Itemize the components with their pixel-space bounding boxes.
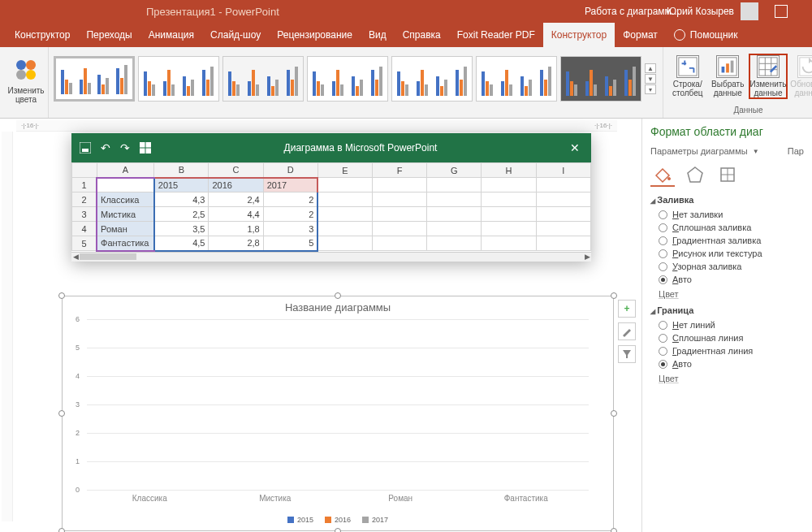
resize-handle[interactable] <box>58 292 65 299</box>
tab-view[interactable]: Вид <box>361 23 395 47</box>
chart-style-5[interactable] <box>391 56 473 102</box>
chart-style-6[interactable] <box>476 56 557 102</box>
effects-tab[interactable] <box>683 162 707 187</box>
chart-style-3[interactable] <box>222 56 304 102</box>
chart-title[interactable]: Название диаграммы <box>63 296 613 318</box>
tab-slideshow[interactable]: Слайд-шоу <box>202 23 269 47</box>
spreadsheet-grid[interactable]: ABCDEFGHI12015201620172Классика4,32,423М… <box>71 162 591 252</box>
radio-option[interactable]: Авто <box>659 275 804 284</box>
ribbon-display-options-icon[interactable] <box>775 5 788 18</box>
edit-data-button[interactable]: Изменить данные <box>749 54 788 99</box>
resize-handle[interactable] <box>611 292 617 299</box>
radio-label: Градиентная заливка <box>672 236 761 245</box>
chart-style-1[interactable] <box>54 56 135 102</box>
tab-help[interactable]: Справка <box>395 23 449 47</box>
size-properties-tab[interactable] <box>715 162 740 187</box>
svg-point-3 <box>26 70 36 80</box>
radio-icon <box>659 249 667 258</box>
border-section-header[interactable]: Граница <box>650 305 804 315</box>
legend-item[interactable]: 2017 <box>362 516 388 524</box>
chart-legend[interactable]: 201520162017 <box>63 516 613 524</box>
presentation-title: Презентация1 - PowerPoint <box>0 6 279 18</box>
scroll-down-icon[interactable]: ▼ <box>645 74 656 84</box>
slide-canvas[interactable]: Название диаграммы 0123456 КлассикаМисти… <box>16 133 617 531</box>
fill-section-header[interactable]: Заливка <box>650 195 804 205</box>
text-options-label[interactable]: Пар <box>788 146 804 156</box>
switch-icon <box>676 55 699 78</box>
chart-elements-button[interactable]: + <box>618 300 636 318</box>
radio-option[interactable]: Авто <box>659 359 804 369</box>
resize-handle[interactable] <box>611 410 617 417</box>
radio-option[interactable]: Сплошная линия <box>659 333 804 343</box>
radio-option[interactable]: Градиентная заливка <box>659 236 804 245</box>
vertical-ruler <box>2 132 13 521</box>
workspace: ·|·16·|· ·|·16·|· Название диаграммы 012… <box>0 119 812 532</box>
border-color-button[interactable]: Цвет <box>659 374 804 383</box>
resize-handle[interactable] <box>611 528 617 532</box>
edit-data-icon <box>757 55 780 78</box>
scroll-left-icon[interactable]: ◀ <box>71 253 80 261</box>
radio-icon <box>659 236 667 245</box>
radio-option[interactable]: Нет линий <box>659 320 804 330</box>
redo-icon[interactable]: ↷ <box>120 141 130 154</box>
save-icon[interactable] <box>80 142 91 154</box>
radio-label: Сплошная заливка <box>672 223 751 232</box>
horizontal-scrollbar[interactable]: ◀ ▶ <box>71 252 591 262</box>
resize-handle[interactable] <box>58 410 65 417</box>
refresh-data-button: Обновить данные <box>789 54 812 99</box>
radio-label: Авто <box>672 359 692 369</box>
radio-label: Рисунок или текстура <box>672 249 762 258</box>
fill-line-tab[interactable] <box>650 162 675 187</box>
scrollbar-thumb[interactable] <box>80 253 136 260</box>
chart-object[interactable]: Название диаграммы 0123456 КлассикаМисти… <box>62 296 614 531</box>
radio-option[interactable]: Градиентная линия <box>659 346 804 356</box>
close-button[interactable]: ✕ <box>570 141 583 154</box>
tab-review[interactable]: Рецензирование <box>269 23 361 47</box>
radio-option[interactable]: Нет заливки <box>659 210 804 219</box>
svg-point-2 <box>16 70 26 80</box>
tab-constructor[interactable]: Конструктор <box>6 23 78 47</box>
edit-data-label: Изменить данные <box>749 80 786 97</box>
excel-window-title: Диаграмма в Microsoft PowerPoint <box>151 142 570 154</box>
resize-handle[interactable] <box>335 528 341 532</box>
category-label: Классика <box>87 494 213 503</box>
switch-row-column-button[interactable]: Строка/ столбец <box>668 54 707 99</box>
select-data-button[interactable]: Выбрать данные <box>709 54 748 99</box>
radio-option[interactable]: Узорная заливка <box>659 262 804 271</box>
tab-foxit[interactable]: Foxit Reader PDF <box>449 23 543 47</box>
radio-label: Градиентная линия <box>672 346 753 356</box>
tab-chart-design[interactable]: Конструктор <box>543 23 615 47</box>
resize-handle[interactable] <box>58 528 65 532</box>
resize-handle[interactable] <box>335 292 341 299</box>
pentagon-icon <box>685 165 705 184</box>
tell-me-helper[interactable]: Помощник <box>666 23 746 47</box>
tab-chart-format[interactable]: Формат <box>615 23 666 47</box>
chart-styles-button[interactable] <box>618 322 636 340</box>
legend-item[interactable]: 2015 <box>287 516 313 524</box>
paint-bucket-icon <box>653 164 672 184</box>
radio-label: Нет заливки <box>672 210 723 219</box>
user-account[interactable]: Юрий Козырев <box>667 2 788 20</box>
dropdown-icon[interactable]: ▼ <box>753 148 759 155</box>
change-colors-button[interactable]: Изменить цвета <box>5 50 47 104</box>
tab-animation[interactable]: Анимация <box>140 23 202 47</box>
radio-option[interactable]: Сплошная заливка <box>659 223 804 232</box>
undo-icon[interactable]: ↶ <box>101 141 110 154</box>
tab-transitions[interactable]: Переходы <box>78 23 140 47</box>
expand-gallery-icon[interactable]: ▾ <box>645 84 656 94</box>
excel-app-icon <box>140 142 151 154</box>
radio-icon <box>659 275 667 284</box>
plot-area[interactable]: 0123456 <box>87 319 589 490</box>
legend-item[interactable]: 2016 <box>325 516 351 524</box>
scroll-up-icon[interactable]: ▲ <box>645 63 656 73</box>
radio-option[interactable]: Рисунок или текстура <box>659 249 804 258</box>
chart-style-2[interactable] <box>138 56 219 102</box>
fill-color-button[interactable]: Цвет <box>659 289 804 299</box>
chart-filters-button[interactable] <box>618 345 636 363</box>
scroll-right-icon[interactable]: ▶ <box>583 253 591 261</box>
paintbrush-icon <box>621 326 633 337</box>
chart-style-4[interactable] <box>307 56 388 102</box>
switch-label: Строка/ столбец <box>672 80 703 97</box>
chart-options-dropdown[interactable]: Параметры диаграммы <box>650 146 748 156</box>
chart-style-7[interactable] <box>560 56 641 102</box>
